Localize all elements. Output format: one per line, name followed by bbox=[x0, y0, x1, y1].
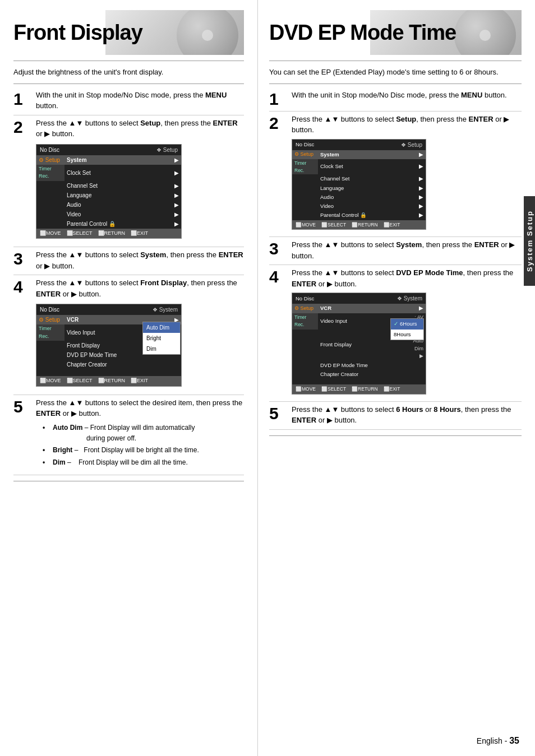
step-2-bold1: Setup bbox=[140, 119, 160, 127]
table-row: Chapter Creator bbox=[292, 370, 426, 379]
footer-return: ⬜RETURN bbox=[98, 377, 126, 385]
footer-return: ⬜RETURN bbox=[352, 221, 377, 229]
cell: VCR bbox=[318, 304, 411, 313]
right-step-2: 2 Press the ▲▼ buttons to select Setup, … bbox=[269, 114, 522, 238]
cell: Audio bbox=[318, 193, 417, 202]
right-step-1-content: With the unit in Stop mode/No Disc mode,… bbox=[287, 90, 522, 101]
menu-mock-1-setup: ❖ Setup bbox=[156, 146, 178, 154]
bold: MENU bbox=[461, 91, 482, 99]
step-5-number: 5 bbox=[13, 397, 31, 415]
menu-mock-1-table: ⚙ Setup System ▶ Timer Rec. Clock Set ▶ … bbox=[36, 155, 181, 229]
step-2-content: Press the ▲▼ buttons to select Setup, th… bbox=[31, 118, 244, 244]
cell bbox=[144, 360, 181, 369]
step-3-bold2: ENTER bbox=[219, 251, 243, 259]
bullet-bright-text: Bright – Front Display will be bright al… bbox=[53, 445, 244, 456]
cell bbox=[36, 369, 181, 376]
cell: Parental Control 🔒 bbox=[64, 219, 172, 229]
system-label: ❖ System bbox=[397, 294, 422, 303]
right-step-2-number: 2 bbox=[269, 114, 287, 132]
page-number: English - 35 bbox=[477, 736, 519, 746]
cell: Language bbox=[318, 184, 417, 193]
step-5-content: Press the ▲▼ buttons to select the desir… bbox=[31, 397, 244, 472]
cell: Video bbox=[318, 202, 417, 211]
bullet-indent: during power off. bbox=[86, 433, 244, 443]
step-1-content: With the unit in Stop mode/No Disc mode,… bbox=[31, 90, 244, 112]
table-row: ⚙ Setup VCR ▶ bbox=[292, 304, 426, 313]
table-row: Language ▶ bbox=[292, 184, 426, 193]
dropdown-menu: Auto Dim Bright Dim bbox=[142, 322, 181, 355]
cell: ▶ bbox=[417, 159, 426, 175]
step-4-content: Press the ▲▼ buttons to select Front Dis… bbox=[31, 277, 244, 391]
cell bbox=[36, 219, 64, 229]
footer-exit: ⬜EXIT bbox=[131, 230, 148, 238]
cell: ▶ bbox=[172, 200, 181, 210]
table-row-empty bbox=[292, 379, 426, 384]
step-3-number: 3 bbox=[13, 249, 31, 267]
menu-mock-2-nodisc: No Disc bbox=[40, 305, 59, 314]
divider-1 bbox=[13, 61, 244, 61]
dropdown-item-autodim: Auto Dim bbox=[143, 322, 180, 333]
cell bbox=[36, 341, 64, 350]
table-row: Timer Rec. Clock Set ▶ bbox=[36, 165, 181, 181]
menu-mock-2-wrap: No Disc ❖ System ⚙ Setup VCR ▶ Timer Rec… bbox=[36, 304, 244, 387]
cell: Timer Rec. bbox=[292, 159, 318, 175]
right-menu-mock-1: No Disc ❖ Setup ⚙ Setup System ▶ Timer R… bbox=[292, 139, 426, 230]
left-intro: Adjust the brightness of the unit's fron… bbox=[13, 67, 244, 78]
footer-return: ⬜RETURN bbox=[352, 386, 377, 393]
cell: Video bbox=[64, 210, 172, 219]
right-divider-2 bbox=[269, 84, 522, 84]
cell: Audio bbox=[64, 200, 172, 210]
step-3: 3 Press the ▲▼ buttons to select System,… bbox=[13, 249, 244, 275]
right-column: DVD EP Mode Time You can set the EP (Ext… bbox=[258, 0, 535, 756]
menu-mock-1-header: No Disc ❖ Setup bbox=[36, 145, 181, 155]
menu-mock-1-footer: ⬜MOVE ⬜SELECT ⬜RETURN ⬜EXIT bbox=[36, 229, 181, 239]
table-row: Channel Set ▶ bbox=[36, 181, 181, 191]
footer-select: ⬜SELECT bbox=[321, 386, 346, 393]
table-row: Language ▶ bbox=[36, 191, 181, 200]
menu-mock-1-nodisc: No Disc bbox=[40, 146, 59, 154]
cell bbox=[292, 174, 318, 183]
dropdown-item-8hours: 8Hours bbox=[391, 330, 423, 340]
divider-final bbox=[13, 481, 244, 481]
bullet-autodim: • Auto Dim – Front Display will dim auto… bbox=[43, 423, 244, 443]
step-4-bold2: ENTER bbox=[36, 290, 61, 298]
right-menu1-header: No Disc ❖ Setup bbox=[292, 140, 426, 150]
dropdown-item-6hours: ✓6Hours bbox=[391, 319, 423, 329]
table-row: Chapter Creator bbox=[36, 360, 181, 369]
cell bbox=[292, 211, 318, 220]
cell bbox=[292, 202, 318, 211]
step-4-number: 4 bbox=[13, 277, 31, 295]
step-1-number: 1 bbox=[13, 90, 31, 108]
step-2: 2 Press the ▲▼ buttons to select Setup, … bbox=[13, 118, 244, 248]
right-step-4: 4 Press the ▲▼ buttons to select DVD EP … bbox=[269, 267, 522, 402]
cell: ▶ bbox=[417, 174, 426, 183]
cell bbox=[411, 370, 426, 379]
cell bbox=[36, 200, 64, 210]
footer-exit: ⬜EXIT bbox=[131, 377, 148, 385]
step-3-bold: System bbox=[140, 251, 166, 259]
right-menu-mock-2-wrap: No Disc ❖ System ⚙ Setup VCR ▶ Timer Rec… bbox=[292, 293, 522, 395]
cell: ⚙ Setup bbox=[292, 150, 318, 159]
table-row: Audio ▶ bbox=[292, 193, 426, 202]
cell: Timer Rec. bbox=[36, 165, 64, 181]
right-title: DVD EP Mode Time bbox=[269, 21, 456, 45]
page: Front Display Adjust the brightness of t… bbox=[0, 0, 535, 756]
footer-select: ⬜SELECT bbox=[67, 377, 93, 385]
right-divider-1 bbox=[269, 61, 522, 61]
bold: 8 Hours bbox=[433, 405, 460, 414]
bold: ENTER bbox=[469, 115, 494, 123]
bullet-list: • Auto Dim – Front Display will dim auto… bbox=[43, 423, 244, 469]
cell: Channel Set bbox=[318, 174, 417, 183]
cell: ⚙ Setup bbox=[36, 315, 64, 324]
cell: Front Display bbox=[64, 341, 144, 350]
bullet-dim: • Dim – Front Display will be dim all th… bbox=[43, 457, 244, 468]
right-step-2-content: Press the ▲▼ buttons to select Setup, th… bbox=[287, 114, 522, 234]
menu-mock-2-system: ❖ System bbox=[153, 305, 178, 314]
step-2-bold2: ENTER bbox=[213, 119, 238, 127]
footer-select: ⬜SELECT bbox=[321, 221, 346, 229]
left-column: Front Display Adjust the brightness of t… bbox=[0, 0, 258, 756]
cell: ▶ bbox=[172, 181, 181, 191]
right-step-5-content: Press the ▲▼ buttons to select 6 Hours o… bbox=[287, 404, 522, 426]
step-1: 1 With the unit in Stop mode/No Disc mod… bbox=[13, 90, 244, 115]
bold: System bbox=[396, 240, 422, 249]
